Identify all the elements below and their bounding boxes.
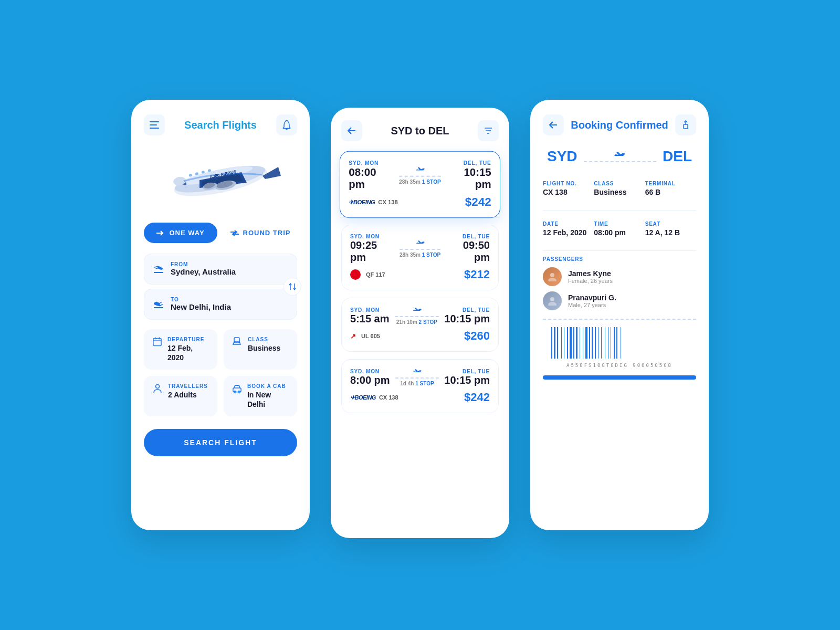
svg-point-39 [550,273,554,277]
svg-point-29 [156,385,160,388]
booking-header: Booking Confirmed [543,114,696,135]
passenger-avatar-1 [543,267,562,286]
menu-button[interactable] [144,114,165,135]
flight-from-3: SYD, MON 5:15 am [350,307,390,325]
svg-rect-38 [684,124,688,129]
flight-card-3[interactable]: SYD, MON 5:15 am 21h 10m 2 STOP DEL, TUE… [341,298,499,352]
details-grid: DEPARTURE 12 Feb, 2020 CLASS Business TR… [144,329,297,416]
plane-icon-3 [411,307,423,314]
flight-to-2: DEL, TUE 09:50 pm [446,234,490,264]
airline-3: ↗ UL 605 [350,332,380,340]
plane-icon [414,166,426,173]
screen-flight-results: SYD to DEL SYD, MON 08:00 pm 28h 35m 1 S… [331,108,509,538]
flight-card-2[interactable]: SYD, MON 09:25 pm 28h 35m 1 STOP DEL, TU… [341,225,499,290]
results-header: SYD to DEL [341,120,499,141]
terminal-cell: TERMINAL 66 B [645,175,696,202]
passenger-avatar-2 [543,291,562,310]
page-title: Search Flights [184,119,257,131]
origin-code: SYD [547,148,578,165]
flight-from-4: SYD, MON 8:00 pm [350,369,390,386]
flight-route-1: 28h 35m 1 STOP [394,166,446,185]
class-card[interactable]: CLASS Business [224,329,297,370]
svg-rect-2 [150,128,159,129]
search-header: Search Flights [144,114,297,135]
plane-icon-2 [414,239,426,247]
ticket-tear-divider [543,319,696,320]
svg-rect-24 [153,338,161,345]
price-4: $242 [464,391,490,404]
seat-cell: SEAT 12 A, 12 B [645,216,696,242]
one-way-button[interactable]: ONE WAY [144,223,217,243]
flight-to-3: DEL, TUE 10:15 pm [444,307,490,325]
class-cell: CLASS Business [594,175,645,202]
departure-card[interactable]: DEPARTURE 12 Feb, 2020 [144,329,217,370]
svg-rect-1 [150,124,157,125]
flight-to-1: DEL, TUE 10:15 pm [446,160,491,191]
passenger-info-1: Female, 26 years [568,278,613,284]
share-button[interactable] [675,114,696,135]
svg-point-40 [550,297,554,301]
airplane-image: A380 AIRBUS [144,141,297,214]
date-cell: DATE 12 Feb, 2020 [543,216,594,242]
results-title: SYD to DEL [391,125,449,137]
passenger-row-1: James Kyne Female, 26 years [543,267,696,286]
passenger-info-2: Male, 27 years [568,302,616,308]
filter-icon [484,127,492,134]
screen-search-flights: Search Flights [131,100,310,530]
booking-time-details: DATE 12 Feb, 2020 TIME 08:00 pm SEAT 12 … [543,216,696,242]
round-trip-button[interactable]: ROUND TRIP [224,223,297,243]
person-icon [152,383,163,394]
price-2: $212 [464,268,490,281]
from-field[interactable]: FROM Sydney, Australia [144,254,297,285]
time-cell: TIME 08:00 pm [594,216,645,242]
flight-to-4: DEL, TUE 10:15 pm [444,369,490,386]
cab-icon [232,383,242,394]
booking-title: Booking Confirmed [571,119,668,131]
travellers-card[interactable]: TRAVELLERS 2 Adults [144,376,217,416]
svg-rect-0 [150,121,159,122]
flight-card-4[interactable]: SYD, MON 8:00 pm 1d 4h 1 STOP DEL, TUE 1… [341,359,499,413]
route-plane-icon [613,151,627,159]
price-3: $260 [464,329,490,343]
screen-booking-confirmed: Booking Confirmed SYD DEL FLIGHT NO. CX … [530,100,709,530]
swap-locations-button[interactable] [284,278,301,296]
flight-land-icon [153,299,164,310]
passenger-name-2: Pranavpuri G. [568,293,616,302]
flight-from-1: SYD, MON 08:00 pm [349,160,394,191]
price-1: $242 [465,195,491,209]
flight-card-1[interactable]: SYD, MON 08:00 pm 28h 35m 1 STOP DEL, TU… [340,151,500,218]
dest-code: DEL [663,148,692,165]
barcode-text: A558FS10GT8DIG 906050508 [566,363,673,368]
booking-details: FLIGHT NO. CX 138 CLASS Business TERMINA… [543,175,696,202]
plane-icon-4 [411,368,423,375]
flight-route-2: 28h 35m 1 STOP [394,239,446,258]
share-icon [681,120,690,130]
back-button[interactable] [341,120,362,141]
airline-2: QF 117 [350,269,385,280]
passengers-section: PASSENGERS James Kyne Female, 26 years P… [543,256,696,310]
trip-toggle: ONE WAY ROUND TRIP [144,223,297,243]
flight-route-3: 21h 10m 2 STOP [390,307,445,325]
svg-rect-16 [188,174,192,177]
airline-4: ✈BOEING CX 138 [350,394,398,401]
airline-1: ✈BOEING CX 138 [349,198,397,205]
book-cab-card[interactable]: BOOK A CAB In New Delhi [224,376,297,416]
to-field[interactable]: TO New Delhi, India [144,289,297,320]
passenger-row-2: Pranavpuri G. Male, 27 years [543,291,696,310]
route-visual: SYD DEL [543,148,696,165]
location-fields: FROM Sydney, Australia TO New Delhi, Ind… [144,254,297,320]
airplane-illustration: A380 AIRBUS [158,143,284,212]
barcode-section: A558FS10GT8DIG 906050508 [543,327,696,368]
calendar-icon [152,337,162,347]
flight-no-cell: FLIGHT NO. CX 138 [543,175,594,202]
flight-takeoff-icon [153,264,164,275]
search-flight-button[interactable]: SEARCH FLIGHT [144,429,297,456]
filter-button[interactable] [478,120,499,141]
ticket-handle [543,375,696,380]
passenger-name-1: James Kyne [568,269,613,278]
barcode [551,327,688,359]
flight-route-4: 1d 4h 1 STOP [390,368,445,386]
svg-point-3 [286,129,288,130]
notification-button[interactable] [276,114,297,135]
back-button-booking[interactable] [543,114,564,135]
